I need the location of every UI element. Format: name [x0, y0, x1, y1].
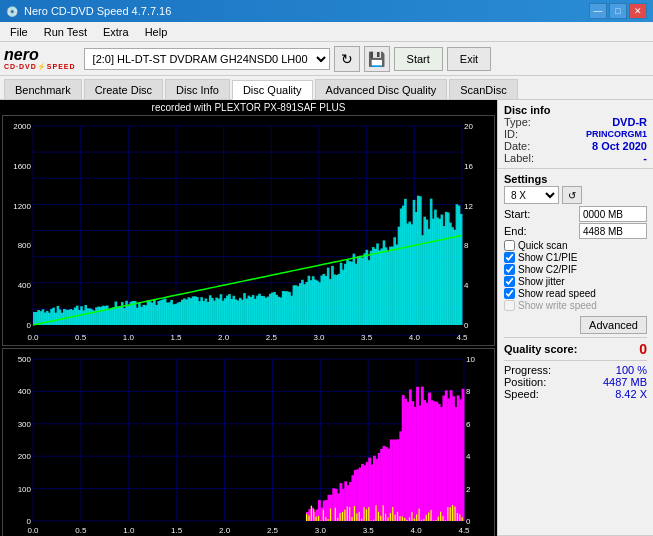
id-label: ID: — [504, 128, 518, 140]
main-content: recorded with PLEXTOR PX-891SAF PLUS Dis… — [0, 100, 653, 536]
speed-stat-label: Speed: — [504, 388, 539, 400]
menu-extra[interactable]: Extra — [97, 24, 135, 40]
disc-info-section: Disc info Type: DVD-R ID: PRINCORGM1 Dat… — [498, 100, 653, 169]
show-jitter-checkbox[interactable] — [504, 276, 515, 287]
tab-disc-quality[interactable]: Disc Quality — [232, 80, 313, 100]
show-jitter-label: Show jitter — [518, 276, 565, 287]
progress-section: Progress: 100 % Position: 4487 MB Speed:… — [504, 360, 647, 400]
quick-scan-checkbox[interactable] — [504, 240, 515, 251]
show-c2-label: Show C2/PIF — [518, 264, 577, 275]
quality-score-label: Quality score: — [504, 343, 577, 355]
app-title: Nero CD-DVD Speed 4.7.7.16 — [24, 5, 171, 17]
settings-section: Settings 8 X 4 X 16 X Max ↺ Start: End: — [498, 169, 653, 536]
end-mb-label: End: — [504, 225, 534, 237]
tab-advanced-disc-quality[interactable]: Advanced Disc Quality — [315, 79, 448, 99]
drive-select[interactable]: [2:0] HL-DT-ST DVDRAM GH24NSD0 LH00 — [84, 48, 330, 70]
date-row: Date: 8 Oct 2020 — [504, 140, 647, 152]
show-c1-checkbox[interactable] — [504, 252, 515, 263]
speed-select[interactable]: 8 X 4 X 16 X Max — [504, 186, 559, 204]
type-row: Type: DVD-R — [504, 116, 647, 128]
position-label: Position: — [504, 376, 546, 388]
start-mb-input[interactable] — [579, 206, 647, 222]
end-mb-row: End: — [504, 223, 647, 239]
id-value: PRINCORGM1 — [586, 129, 647, 139]
show-c2-row: Show C2/PIF — [504, 264, 647, 275]
tab-disc-info[interactable]: Disc Info — [165, 79, 230, 99]
exit-button[interactable]: Exit — [447, 47, 491, 71]
speed-stat-row: Speed: 8.42 X — [504, 388, 647, 400]
show-write-speed-checkbox[interactable] — [504, 300, 515, 311]
chart-top — [2, 115, 495, 346]
progress-value: 100 % — [616, 364, 647, 376]
title-bar-controls: — □ ✕ — [589, 3, 647, 19]
quality-score-section: Quality score: 0 — [504, 337, 647, 357]
advanced-button[interactable]: Advanced — [580, 316, 647, 334]
start-mb-row: Start: — [504, 206, 647, 222]
tab-create-disc[interactable]: Create Disc — [84, 79, 163, 99]
chart-wrapper — [2, 115, 495, 536]
refresh-icon[interactable]: ↻ — [334, 46, 360, 72]
menu-help[interactable]: Help — [139, 24, 174, 40]
progress-label: Progress: — [504, 364, 551, 376]
nero-logo: nero CD·DVD⚡SPEED — [4, 47, 76, 70]
date-label: Date: — [504, 140, 530, 152]
tab-benchmark[interactable]: Benchmark — [4, 79, 82, 99]
position-value: 4487 MB — [603, 376, 647, 388]
start-button[interactable]: Start — [394, 47, 443, 71]
show-read-speed-row: Show read speed — [504, 288, 647, 299]
disc-info-title: Disc info — [504, 104, 647, 116]
show-c1-row: Show C1/PIE — [504, 252, 647, 263]
nero-logo-top: nero — [4, 47, 39, 63]
show-read-speed-checkbox[interactable] — [504, 288, 515, 299]
title-bar-left: 💿 Nero CD-DVD Speed 4.7.7.16 — [6, 5, 171, 17]
nero-logo-bottom: CD·DVD⚡SPEED — [4, 63, 76, 70]
close-button[interactable]: ✕ — [629, 3, 647, 19]
minimize-button[interactable]: — — [589, 3, 607, 19]
menu-bar: File Run Test Extra Help — [0, 22, 653, 42]
disc-label-value: - — [643, 152, 647, 164]
show-read-speed-label: Show read speed — [518, 288, 596, 299]
maximize-button[interactable]: □ — [609, 3, 627, 19]
show-write-speed-label: Show write speed — [518, 300, 597, 311]
disc-label-label: Label: — [504, 152, 534, 164]
show-write-speed-row: Show write speed — [504, 300, 647, 311]
chart-area: recorded with PLEXTOR PX-891SAF PLUS — [0, 100, 497, 536]
id-row: ID: PRINCORGM1 — [504, 128, 647, 140]
menu-run-test[interactable]: Run Test — [38, 24, 93, 40]
quick-scan-label: Quick scan — [518, 240, 567, 251]
menu-file[interactable]: File — [4, 24, 34, 40]
speed-stat-value: 8.42 X — [615, 388, 647, 400]
position-row: Position: 4487 MB — [504, 376, 647, 388]
toolbar: nero CD·DVD⚡SPEED [2:0] HL-DT-ST DVDRAM … — [0, 42, 653, 76]
quality-score-row: Quality score: 0 — [504, 341, 647, 357]
tabs: Benchmark Create Disc Disc Info Disc Qua… — [0, 76, 653, 100]
type-label: Type: — [504, 116, 531, 128]
disc-label-row: Label: - — [504, 152, 647, 164]
date-value: 8 Oct 2020 — [592, 140, 647, 152]
save-icon[interactable]: 💾 — [364, 46, 390, 72]
speed-row: 8 X 4 X 16 X Max ↺ — [504, 186, 647, 204]
start-mb-label: Start: — [504, 208, 534, 220]
right-panel: Disc info Type: DVD-R ID: PRINCORGM1 Dat… — [497, 100, 653, 536]
speed-refresh-icon[interactable]: ↺ — [562, 186, 582, 204]
chart-title: recorded with PLEXTOR PX-891SAF PLUS — [2, 102, 495, 113]
type-value: DVD-R — [612, 116, 647, 128]
show-jitter-row: Show jitter — [504, 276, 647, 287]
settings-title: Settings — [504, 173, 647, 185]
show-c2-checkbox[interactable] — [504, 264, 515, 275]
quality-score-value: 0 — [639, 341, 647, 357]
quick-scan-row: Quick scan — [504, 240, 647, 251]
title-bar: 💿 Nero CD-DVD Speed 4.7.7.16 — □ ✕ — [0, 0, 653, 22]
chart-bottom — [2, 348, 495, 536]
end-mb-input[interactable] — [579, 223, 647, 239]
progress-row: Progress: 100 % — [504, 364, 647, 376]
tab-scan-disc[interactable]: ScanDisc — [449, 79, 517, 99]
show-c1-label: Show C1/PIE — [518, 252, 577, 263]
